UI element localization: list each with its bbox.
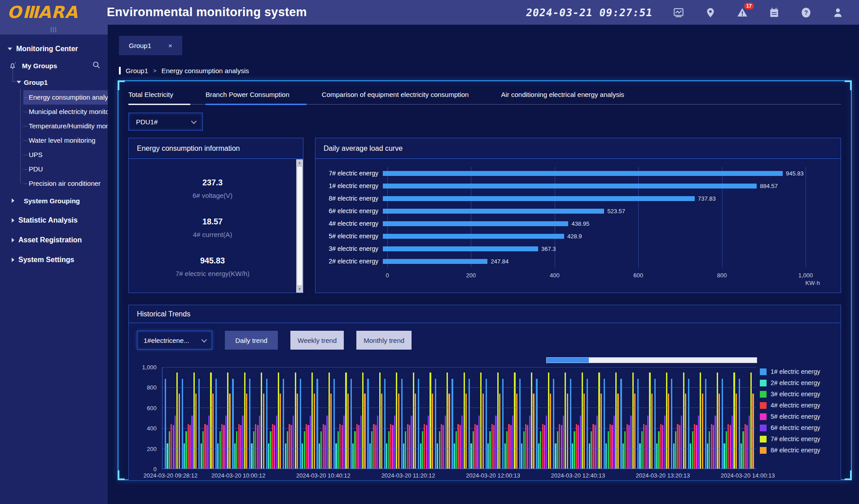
bar-chart-x-axis: 02004006008001,000 xyxy=(387,272,806,279)
bar xyxy=(736,394,737,469)
breadcrumb: Group1 > Energy consumption analysis xyxy=(119,67,249,75)
bar xyxy=(486,379,487,469)
frame-corner-accent xyxy=(118,80,125,90)
tab-branch-power-consumption[interactable]: Branch Power Consumption xyxy=(206,87,322,104)
search-icon[interactable] xyxy=(92,61,101,70)
legend-item[interactable]: 6# electric energy xyxy=(760,424,833,431)
caret-right-icon[interactable] xyxy=(12,258,14,262)
tree-item-pdu[interactable]: PDU xyxy=(23,162,108,176)
legend-item[interactable]: 5# electric energy xyxy=(760,413,833,420)
help-icon[interactable]: ? xyxy=(800,6,812,18)
sidebar-item-system-grouping[interactable]: System Grouping xyxy=(0,191,108,210)
legend-item[interactable]: 1# electric energy xyxy=(760,368,833,375)
monthly-trend-button[interactable]: Monthly trend xyxy=(356,331,412,350)
header-actions: 2024-03-21 09:27:51 17 ? xyxy=(526,6,859,18)
sidebar-item-my-groups[interactable]: My Groups xyxy=(0,57,108,74)
bar xyxy=(240,425,241,469)
bar-category-label: 7# electric energy xyxy=(316,170,383,177)
bar xyxy=(383,209,604,214)
bar xyxy=(658,431,659,469)
bar xyxy=(300,379,301,469)
location-icon[interactable] xyxy=(704,6,716,18)
scroll-down-arrow[interactable]: ▼ xyxy=(296,286,303,293)
bar-track: 884.57 xyxy=(383,184,806,188)
caret-down-icon[interactable] xyxy=(8,48,12,50)
bar-row: 8# electric energy737.83 xyxy=(316,192,806,205)
tree-item-energy-consumption[interactable]: Energy consumption analysis xyxy=(23,90,108,105)
caret-down-icon[interactable] xyxy=(17,81,21,83)
datazoom-fill[interactable] xyxy=(547,358,589,363)
caret-right-icon[interactable] xyxy=(12,238,14,242)
bar xyxy=(367,379,368,469)
caret-right-icon[interactable] xyxy=(12,198,14,203)
tree-item-municipal-electricity[interactable]: Municipal electricity monitoring xyxy=(23,105,108,119)
device-select[interactable]: PDU1# xyxy=(128,113,203,131)
bar-row: 2# electric energy247.84 xyxy=(316,255,806,267)
page-title: Environmental monitoring system xyxy=(107,5,307,19)
sidebar-item-statistic-analysis[interactable]: Statistic Analysis xyxy=(0,210,108,230)
tab-equipment-comparison[interactable]: Comparison of equipment electricity cons… xyxy=(322,87,501,104)
bar xyxy=(302,443,303,469)
bar xyxy=(229,394,230,469)
bar xyxy=(310,416,311,469)
series-select[interactable]: 1#electricene... xyxy=(137,331,212,350)
bar xyxy=(202,431,204,469)
bar-row: 3# electric energy367.3 xyxy=(316,242,806,255)
tab-total-electricity[interactable]: Total Electricity xyxy=(128,87,206,104)
bar xyxy=(550,394,551,469)
tree-item-water-level[interactable]: Water level monitoring xyxy=(23,133,108,148)
caret-right-icon[interactable] xyxy=(12,218,14,223)
daily-trend-button[interactable]: Daily trend xyxy=(225,331,278,350)
legend-item[interactable]: 2# electric energy xyxy=(760,379,833,386)
breadcrumb-root[interactable]: Group1 xyxy=(126,67,148,75)
bar xyxy=(351,379,352,469)
sidebar-item-monitoring-center[interactable]: Monitoring Center xyxy=(0,41,108,57)
bar-row: 7# electric energy945.83 xyxy=(316,167,806,180)
legend-label: 2# electric energy xyxy=(771,379,820,386)
legend-item[interactable]: 4# electric energy xyxy=(760,402,833,409)
bar xyxy=(523,431,525,469)
sidebar-collapse-grip[interactable]: ||| xyxy=(0,25,108,35)
bar xyxy=(323,424,324,469)
group1-children: Energy consumption analysis Municipal el… xyxy=(0,90,108,191)
axis-tick-label: 800 xyxy=(147,384,157,391)
bar xyxy=(546,416,547,469)
grid-line xyxy=(806,167,806,267)
bar xyxy=(375,425,377,469)
legend-item[interactable]: 8# electric energy xyxy=(760,447,833,454)
breadcrumb-page: Energy consumption analysis xyxy=(162,67,249,75)
scrollbar[interactable]: ▲ ▼ xyxy=(296,159,303,293)
user-icon[interactable] xyxy=(832,6,844,18)
close-icon[interactable]: × xyxy=(168,42,172,49)
bar xyxy=(465,394,467,469)
tree-node-group1[interactable]: Group1 xyxy=(0,74,108,90)
bar xyxy=(656,443,657,469)
tree-item-ups[interactable]: UPS xyxy=(23,148,108,162)
schedule-icon[interactable] xyxy=(768,6,780,18)
bar xyxy=(489,431,491,469)
bar xyxy=(641,431,643,469)
bar xyxy=(651,394,653,469)
legend-swatch xyxy=(760,447,767,454)
scroll-up-arrow[interactable]: ▲ xyxy=(296,159,303,166)
bar xyxy=(409,425,410,469)
weekly-trend-button[interactable]: Weekly trend xyxy=(290,331,344,350)
sidebar-item-system-settings[interactable]: System Settings xyxy=(0,250,108,270)
bar-value-label: 523.57 xyxy=(604,208,625,215)
bar xyxy=(668,394,669,469)
tab-air-conditioning-analysis[interactable]: Air conditioning electrical energy analy… xyxy=(501,87,656,104)
tree-item-temperature-humidity[interactable]: Temperature/Humidity monitoring xyxy=(23,119,108,133)
datazoom-slider[interactable] xyxy=(546,357,757,363)
legend-item[interactable]: 7# electric energy xyxy=(760,435,833,443)
trend-monitor-icon[interactable] xyxy=(672,6,684,18)
tree-item-precision-air-conditioner[interactable]: Precision air conditioner xyxy=(23,176,108,191)
workspace-tab-group1[interactable]: Group1 × xyxy=(119,36,182,55)
legend-item[interactable]: 3# electric energy xyxy=(760,390,833,398)
sidebar-item-asset-registration[interactable]: Asset Registration xyxy=(0,230,108,250)
bar xyxy=(690,443,691,469)
scrollbar-thumb[interactable] xyxy=(297,166,302,286)
plot-area xyxy=(162,367,756,469)
alarm-icon[interactable]: 17 xyxy=(736,6,748,18)
bar xyxy=(728,424,729,469)
bar xyxy=(182,379,183,469)
